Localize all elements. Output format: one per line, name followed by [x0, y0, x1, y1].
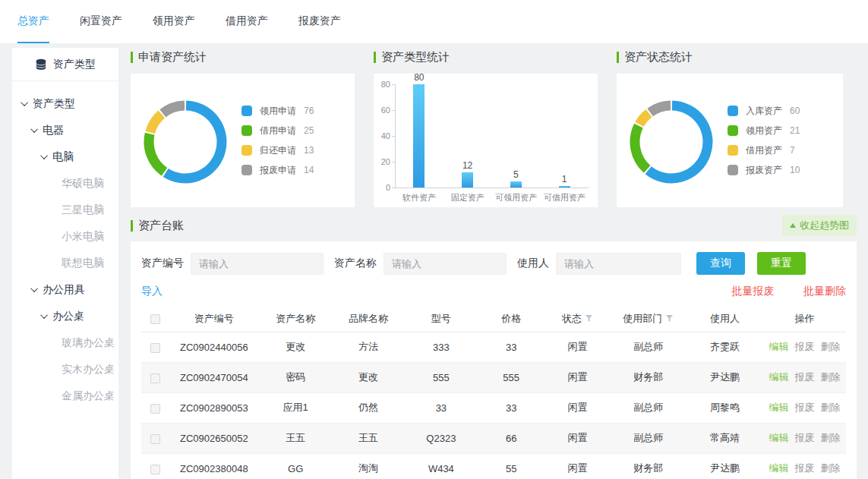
- column-header: 价格: [478, 306, 545, 332]
- bar: [413, 84, 425, 188]
- tab-3[interactable]: 领用资产: [153, 0, 195, 43]
- delete-link[interactable]: 删除: [820, 402, 840, 413]
- delete-link[interactable]: 删除: [820, 341, 840, 352]
- tree-item[interactable]: 办公桌: [12, 303, 118, 329]
- column-header: 资产编号: [169, 306, 259, 332]
- edit-link[interactable]: 编辑: [769, 462, 788, 474]
- filter-row: 资产编号资产名称使用人查询重置: [141, 252, 846, 275]
- tree-item-label: 联想电脑: [62, 257, 104, 270]
- tree-item-label: 电脑: [52, 150, 74, 164]
- tree-item[interactable]: 资产类型: [12, 90, 118, 117]
- scrap-link[interactable]: 报废: [794, 402, 814, 413]
- delete-link[interactable]: 删除: [820, 371, 840, 383]
- bar-value-label: 5: [500, 169, 531, 180]
- legend-item[interactable]: 领用申请76: [241, 101, 355, 121]
- filter-funnel-icon[interactable]: [585, 314, 593, 323]
- row-checkbox-cell: [141, 332, 169, 362]
- ledger-title-row: 资产台账: [131, 219, 184, 233]
- donut-segment: [150, 115, 162, 133]
- batch-scrap-link[interactable]: 批量报废: [732, 285, 775, 297]
- bar-value-label: 12: [453, 160, 483, 171]
- edit-link[interactable]: 编辑: [769, 432, 788, 443]
- tab-1[interactable]: 总资产: [17, 0, 49, 43]
- filter-input-3[interactable]: [556, 253, 681, 275]
- tree-item-label: 金属办公桌: [62, 389, 115, 403]
- bar-value-label: 1: [549, 174, 579, 184]
- tab-5[interactable]: 报废资产: [298, 0, 341, 43]
- table-cell: 副总师: [610, 332, 687, 362]
- tree-item[interactable]: 玻璃办公桌: [12, 329, 118, 356]
- table-cell: ZC0902650052: [169, 423, 259, 453]
- tab-4[interactable]: 借用资产: [226, 0, 268, 43]
- import-link[interactable]: 导入: [141, 285, 163, 298]
- scrap-link[interactable]: 报废: [794, 371, 814, 383]
- tab-2[interactable]: 闲置资产: [80, 0, 122, 43]
- table-cell: 333: [405, 332, 478, 362]
- delete-link[interactable]: 删除: [820, 462, 840, 474]
- legend-item[interactable]: 报废申请14: [241, 160, 355, 180]
- batch-delete-link[interactable]: 批量删除: [803, 285, 846, 297]
- filter-input-1[interactable]: [191, 253, 324, 275]
- select-all-checkbox[interactable]: [150, 314, 160, 324]
- edit-link[interactable]: 编辑: [769, 402, 788, 413]
- legend-item[interactable]: 报废资产10: [728, 160, 841, 180]
- edit-link[interactable]: 编辑: [769, 371, 788, 383]
- legend-chip: [241, 106, 252, 116]
- tree-item[interactable]: 办公用具: [12, 276, 118, 303]
- reset-button[interactable]: 重置: [757, 252, 806, 275]
- row-checkbox[interactable]: [150, 343, 160, 353]
- table-cell: 财务部: [610, 453, 687, 479]
- y-axis-line: [395, 84, 396, 188]
- tree-item[interactable]: 小米电脑: [12, 223, 118, 250]
- chevron-down-icon: [40, 152, 48, 159]
- scrap-link[interactable]: 报废: [794, 341, 814, 352]
- table-cell: 更改: [332, 362, 405, 392]
- legend-item[interactable]: 借用资产7: [728, 140, 841, 160]
- query-button[interactable]: 查询: [696, 252, 745, 275]
- filter-funnel-icon[interactable]: [665, 314, 674, 323]
- section-title: 资产状态统计: [617, 50, 843, 65]
- row-checkbox[interactable]: [150, 465, 160, 474]
- table-cell: W434: [405, 453, 478, 479]
- tree-item[interactable]: 金属办公桌: [12, 383, 118, 409]
- tree-item[interactable]: 三星电脑: [12, 197, 118, 223]
- row-checkbox[interactable]: [150, 373, 160, 383]
- table-cell: 应用1: [259, 392, 332, 423]
- scrap-link[interactable]: 报废: [794, 462, 814, 474]
- legend-chip: [241, 165, 252, 175]
- tree-item[interactable]: 华硕电脑: [12, 170, 118, 197]
- tree-item[interactable]: 电脑: [12, 143, 118, 170]
- type-stats-bar-panel: 02040608080软件资产12固定资产5可领用资产1可借用资产: [374, 74, 598, 207]
- ledger-card: 资产编号资产名称使用人查询重置 导入 批量报废 批量删除 资产编号资产名称品牌名…: [131, 241, 857, 479]
- x-category-label: 固定资产: [441, 192, 494, 203]
- column-header-label: 品牌名称: [349, 313, 388, 324]
- table-row: ZC0902890053应用1仍然3333闲置副总师周黎鸣编辑报废删除: [141, 392, 846, 423]
- y-tick-label: 60: [374, 106, 390, 115]
- tree-item[interactable]: 电器: [12, 117, 118, 143]
- row-checkbox[interactable]: [150, 434, 160, 444]
- table-cell: 55: [478, 453, 545, 479]
- filter-input-2[interactable]: [383, 253, 507, 275]
- filter-group: 资产名称: [334, 253, 507, 275]
- legend-item[interactable]: 入库资产60: [728, 101, 841, 121]
- tree-item[interactable]: 实木办公桌: [12, 356, 118, 383]
- row-checkbox[interactable]: [150, 404, 160, 414]
- legend-item[interactable]: 领用资产21: [728, 121, 841, 140]
- filter-label: 资产名称: [334, 257, 377, 270]
- edit-link[interactable]: 编辑: [769, 341, 788, 352]
- scrap-link[interactable]: 报废: [794, 432, 814, 443]
- legend-chip: [241, 125, 252, 136]
- delete-link[interactable]: 删除: [820, 432, 840, 443]
- column-header-label: 型号: [431, 313, 451, 324]
- collapse-trend-button[interactable]: 收起趋势图: [782, 215, 857, 236]
- donut-segment: [650, 106, 671, 112]
- legend-label: 借用资产: [746, 144, 782, 157]
- tree-item[interactable]: 联想电脑: [12, 250, 118, 276]
- legend-item[interactable]: 借用申请25: [241, 121, 355, 140]
- bar-value-label: 80: [404, 72, 434, 83]
- table-cell: 副总师: [610, 392, 687, 423]
- tree-item-label: 办公桌: [52, 310, 84, 323]
- row-actions: 编辑报废删除: [763, 332, 846, 362]
- legend-value: 7: [790, 145, 795, 156]
- legend-item[interactable]: 归还申请13: [241, 140, 355, 160]
